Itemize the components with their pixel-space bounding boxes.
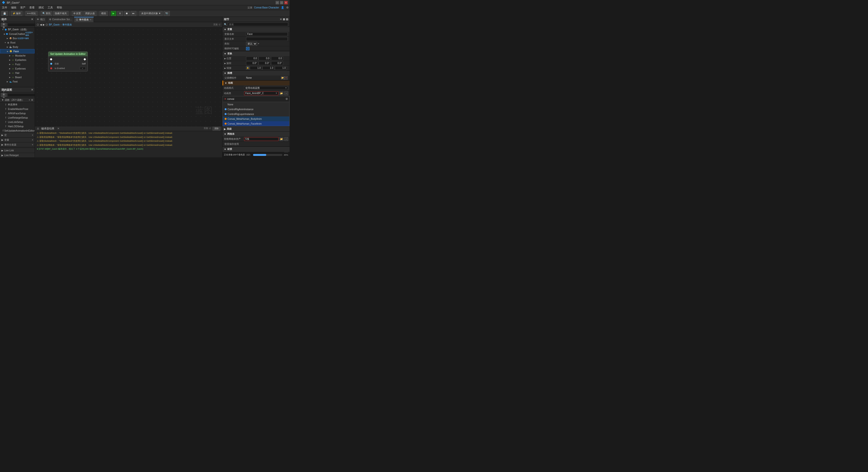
- search-button[interactable]: 🔍 查找: [41, 11, 52, 16]
- camera-button[interactable]: 📷: [163, 11, 170, 16]
- anim-mode-value[interactable]: 使用动画蓝图 ▼: [244, 86, 288, 90]
- live-link-section[interactable]: ▶ Live Link: [0, 148, 35, 153]
- breadcrumb-nav-left[interactable]: ⬡: [37, 23, 39, 26]
- tab-construction[interactable]: ⚙ Construction Scr...: [47, 17, 74, 22]
- tree-item-feet[interactable]: ▶ 👟 Feet: [0, 79, 35, 84]
- menu-tools[interactable]: 工具: [46, 6, 54, 9]
- macros-section-header[interactable]: ▶ 宏 +: [0, 133, 35, 138]
- dropdown-item-control-rig-anim[interactable]: ControlRigAnimInstance: [223, 107, 289, 112]
- exec-in-pin[interactable]: [50, 58, 53, 60]
- settings-button[interactable]: ⚙ 设置: [72, 11, 83, 16]
- debug-object-button[interactable]: 未选中调试对象 ▼: [140, 11, 163, 16]
- materials-section-header[interactable]: ▼ 材质: [222, 147, 289, 152]
- variable-section-header[interactable]: ▼ 变量: [222, 27, 289, 32]
- details-close-button[interactable]: ✕: [280, 18, 282, 21]
- scale-z-input[interactable]: [275, 66, 287, 70]
- step-button[interactable]: ⏭: [131, 11, 136, 16]
- inherit-editable-checkbox[interactable]: ✓: [246, 47, 249, 50]
- details-filter-button[interactable]: ⊟: [286, 18, 288, 21]
- menu-debug[interactable]: 调试: [37, 6, 45, 9]
- dropdown-item-none[interactable]: None: [223, 102, 289, 107]
- details-layout-button[interactable]: ⊞: [283, 18, 285, 21]
- tree-item-fuzz[interactable]: ▶ ▭ Fuzz: [0, 62, 35, 66]
- my-blueprints-close-button[interactable]: ✕: [31, 88, 33, 91]
- tree-item-convai[interactable]: ▶ 🔷 ConvaiChatbot 在蓝图中编辑: [0, 32, 35, 36]
- bp-construct-script[interactable]: f 构造脚本: [0, 102, 35, 107]
- rotation-y-input[interactable]: [258, 61, 271, 65]
- rotation-x-input[interactable]: [246, 61, 258, 65]
- class-defaults-button[interactable]: 类默认值: [84, 11, 96, 16]
- variables-section-header[interactable]: ▶ 变量 +: [0, 138, 35, 142]
- var-name-input[interactable]: [246, 32, 288, 36]
- close-button[interactable]: ✕: [284, 1, 288, 4]
- variables-add-icon[interactable]: +: [32, 139, 33, 141]
- parent-socket-browse-btn[interactable]: 📂: [281, 76, 284, 80]
- blueprints-search-input[interactable]: [7, 93, 35, 97]
- events-add-icon[interactable]: +: [32, 143, 33, 146]
- hide-unrelated-button[interactable]: 隐藏不相关: [53, 11, 68, 16]
- bp-hair-lod[interactable]: f HairLODSetup: [0, 124, 35, 128]
- minimize-button[interactable]: ─: [276, 1, 279, 4]
- anim-class-arrow-btn[interactable]: →: [284, 91, 288, 95]
- tree-item-mustache[interactable]: ▶ ▭ Mustache: [0, 53, 35, 58]
- exec-out-pin[interactable]: [84, 58, 86, 60]
- live-retarget-section[interactable]: ▶ Live Retarget: [0, 153, 35, 157]
- menu-asset[interactable]: 资产: [19, 6, 27, 9]
- details-search-input[interactable]: [228, 22, 288, 26]
- breadcrumb-root[interactable]: BP_Gavin: [49, 23, 60, 26]
- simulate-button[interactable]: 模拟: [100, 11, 108, 16]
- anim-class-browse-btn[interactable]: 📂: [279, 91, 283, 95]
- clear-output-button[interactable]: 清除: [213, 127, 220, 130]
- anim-class-value[interactable]: Face_AnimBP_C ▼: [244, 91, 279, 95]
- menu-help[interactable]: 帮助: [56, 6, 63, 9]
- breadcrumb-forward[interactable]: ▶: [43, 23, 45, 26]
- components-close-button[interactable]: ✕: [31, 18, 33, 21]
- dropdown-item-control-rig-layer[interactable]: ControlRigLayerInstance: [223, 112, 289, 116]
- tab-event-graph-close[interactable]: ✕: [90, 19, 92, 21]
- play-button[interactable]: ▶: [111, 11, 116, 16]
- maximize-button[interactable]: □: [280, 1, 283, 4]
- dropdown-item-body-anim[interactable]: Convai_MetaHuman_BodyAnim: [223, 116, 289, 121]
- menu-view[interactable]: 查看: [28, 6, 36, 9]
- diff-button[interactable]: ⟷ 对比: [26, 11, 37, 16]
- tab-event-graph[interactable]: ⬡ 事件图表 ✕: [74, 17, 94, 22]
- menu-edit[interactable]: 编辑: [10, 6, 17, 9]
- advanced-section-header[interactable]: ▶ 高级: [222, 126, 289, 131]
- event-dispatcher-header[interactable]: ▶ 事件分发器 +: [0, 142, 35, 147]
- settings-icon[interactable]: ⚙: [286, 6, 289, 9]
- transform-section-header[interactable]: ▼ 变换: [222, 51, 289, 56]
- scale-y-input[interactable]: [262, 66, 274, 70]
- bp-set-update-anim[interactable]: f SetUpdateAnimationInEditor: [0, 128, 35, 133]
- mat-0-arrow[interactable]: →: [284, 152, 288, 152]
- tree-item-eyelashes[interactable]: ▶ ▭ Eyelashes: [0, 58, 35, 62]
- dropdown-clear-icon[interactable]: ✕: [224, 97, 226, 100]
- functions-section-header[interactable]: ▼ 函数（26个函数） + ⚙: [0, 98, 35, 102]
- bp-arkit-face[interactable]: f ARKitFaceSetup: [0, 111, 35, 116]
- parent-socket-clear-btn[interactable]: ✕: [284, 76, 288, 80]
- tree-item-root[interactable]: ▼ ⊕ Root: [0, 40, 35, 45]
- skel-asset-value[interactable]: 5项: [244, 137, 279, 141]
- bp-live-link[interactable]: f LiveLinkSetup: [0, 120, 35, 124]
- functions-add-icon[interactable]: +: [29, 99, 30, 101]
- scale-lock-button[interactable]: 🔒: [246, 66, 249, 69]
- pause-button[interactable]: ⏸: [117, 11, 123, 16]
- components-add-button[interactable]: + 添加: [1, 23, 6, 27]
- stop-button[interactable]: ⏹: [124, 11, 130, 16]
- breadcrumb-current[interactable]: 事件图表: [62, 23, 72, 26]
- enabled-checkbox[interactable]: ✓: [80, 67, 86, 70]
- blueprints-add-button[interactable]: + 添加: [1, 93, 6, 97]
- dropdown-item-face-anim[interactable]: Convai_MetaHuman_FaceAnim: [223, 121, 289, 126]
- rotation-z-input[interactable]: [271, 61, 283, 65]
- position-z-input[interactable]: [271, 57, 283, 60]
- mesh-section-header[interactable]: ▼ 网格体: [222, 131, 289, 137]
- tab-viewport[interactable]: 👁 视口: [35, 17, 47, 22]
- animation-section-header[interactable]: ▼ 动画: [222, 81, 289, 85]
- enabled-in-pin[interactable]: [50, 67, 52, 69]
- position-x-input[interactable]: [246, 57, 258, 60]
- skel-asset-nav-btn[interactable]: →: [284, 137, 288, 141]
- menu-file[interactable]: 文件: [1, 6, 8, 9]
- bp-live-retarget[interactable]: f LiveRetargetSetup: [0, 116, 35, 120]
- components-search-input[interactable]: [7, 23, 35, 27]
- anim-dropdown-search-input[interactable]: [227, 98, 284, 100]
- breadcrumb-back[interactable]: ◀: [40, 23, 42, 26]
